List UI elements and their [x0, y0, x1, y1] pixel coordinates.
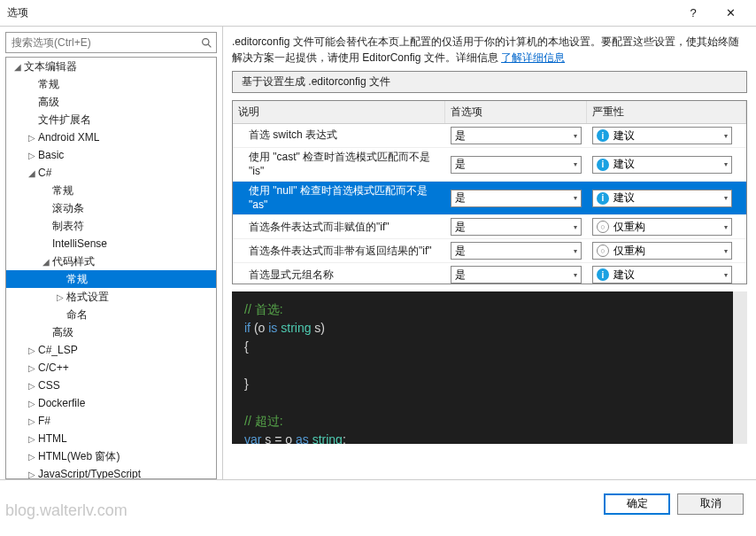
tree-item[interactable]: ▷高级	[6, 93, 216, 111]
help-button[interactable]: ?	[675, 0, 712, 27]
tree-label: 命名	[66, 307, 88, 322]
severity-dropdown[interactable]: i建议▾	[592, 190, 732, 207]
table-row[interactable]: 首选显式元组名称是▾i建议▾	[233, 263, 746, 284]
tree-label: C/C++	[38, 361, 69, 374]
chevron-right-icon: ▷	[26, 434, 38, 444]
chevron-down-icon: ▾	[724, 223, 728, 231]
chevron-down-icon: ▾	[724, 194, 728, 202]
tree-item[interactable]: ▷HTML	[6, 430, 216, 447]
chevron-right-icon: ▷	[26, 452, 38, 462]
tree-item[interactable]: ◢C#	[6, 164, 216, 182]
tree-item[interactable]: ▷Basic	[6, 146, 216, 164]
tree-item[interactable]: ◢文本编辑器	[6, 58, 216, 75]
tree-item[interactable]: ▷Android XML	[6, 128, 216, 146]
cell-sev: i建议▾	[587, 263, 746, 284]
ok-button[interactable]: 确定	[604, 493, 670, 515]
tree-item[interactable]: ▷命名	[6, 306, 216, 323]
window-title: 选项	[7, 5, 675, 20]
cell-sev: ○仅重构▾	[587, 215, 746, 238]
tree-item[interactable]: ▷HTML(Web 窗体)	[6, 447, 216, 465]
tree-label: 格式设置	[66, 290, 109, 305]
tree-item[interactable]: ▷C/C++	[6, 359, 216, 377]
chevron-down-icon: ▾	[724, 271, 728, 279]
cell-desc: 首选显式元组名称	[233, 263, 445, 284]
tree-label: 高级	[52, 325, 73, 340]
severity-dropdown[interactable]: ○仅重构▾	[592, 218, 732, 236]
cell-pref: 是▾	[445, 239, 587, 262]
tree-item[interactable]: ▷格式设置	[6, 288, 216, 306]
svg-line-1	[208, 44, 211, 47]
cell-desc: 使用 "null" 检查时首选模式匹配而不是 "as"	[233, 182, 445, 214]
learn-more-link[interactable]: 了解详细信息	[501, 51, 565, 64]
code-preview: // 首选: if (o is string s) { } // 超过: var…	[232, 291, 747, 444]
tree-item[interactable]: ▷常规	[6, 182, 216, 199]
cell-pref: 是▾	[445, 182, 587, 214]
tree-label: Basic	[38, 149, 64, 161]
tree-item[interactable]: ◢代码样式	[6, 252, 216, 270]
tree-item[interactable]: ▷CSS	[6, 377, 216, 394]
refactor-icon: ○	[597, 221, 609, 233]
col-sev: 严重性	[587, 101, 746, 123]
chevron-down-icon: ▾	[574, 223, 577, 231]
severity-dropdown[interactable]: i建议▾	[592, 156, 732, 174]
tree-label: 常规	[38, 77, 59, 92]
cell-pref: 是▾	[445, 263, 587, 284]
tree-item[interactable]: ▷JavaScript/TypeScript	[6, 465, 216, 478]
chevron-down-icon: ▾	[574, 132, 577, 140]
info-icon: i	[597, 268, 609, 281]
svg-point-0	[202, 38, 208, 44]
chevron-down-icon: ▾	[724, 132, 728, 140]
pref-dropdown[interactable]: 是▾	[451, 190, 582, 207]
cell-pref: 是▾	[445, 215, 587, 238]
tree-label: Android XML	[38, 131, 99, 144]
severity-dropdown[interactable]: ○仅重构▾	[592, 242, 732, 260]
tree-item[interactable]: ▷滚动条	[6, 199, 216, 217]
cell-desc: 首选条件表达式而非赋值的"if"	[233, 215, 445, 238]
tree-item[interactable]: ▷C#_LSP	[6, 341, 216, 359]
pref-dropdown[interactable]: 是▾	[451, 156, 582, 174]
table-row[interactable]: 使用 "cast" 检查时首选模式匹配而不是 "is"是▾i建议▾	[233, 148, 746, 182]
chevron-right-icon: ▷	[26, 363, 38, 373]
severity-dropdown[interactable]: i建议▾	[592, 266, 732, 284]
table-row[interactable]: 首选条件表达式而非带有返回结果的"if"是▾○仅重构▾	[233, 239, 746, 263]
tree-item[interactable]: ▷常规	[6, 75, 216, 93]
search-input[interactable]	[6, 33, 197, 52]
chevron-down-icon: ◢	[12, 62, 24, 72]
cancel-button[interactable]: 取消	[677, 493, 744, 515]
table-row[interactable]: 首选条件表达式而非赋值的"if"是▾○仅重构▾	[233, 215, 746, 239]
search-box[interactable]	[5, 32, 217, 53]
pref-dropdown[interactable]: 是▾	[451, 266, 582, 284]
description-text: .editorconfig 文件可能会替代在本页上配置的仅适用于你的计算机的本地…	[232, 34, 747, 66]
chevron-right-icon: ▷	[26, 399, 38, 408]
pref-dropdown[interactable]: 是▾	[451, 127, 582, 144]
table-row[interactable]: 使用 "null" 检查时首选模式匹配而不是 "as"是▾i建议▾	[233, 182, 746, 215]
tree-item[interactable]: ▷制表符	[6, 217, 216, 235]
tree-item[interactable]: ▷IntelliSense	[6, 235, 216, 252]
table-row[interactable]: 首选 switch 表达式是▾i建议▾	[233, 124, 746, 148]
col-desc: 说明	[233, 101, 445, 123]
severity-dropdown[interactable]: i建议▾	[592, 127, 732, 144]
chevron-right-icon: ▷	[26, 470, 38, 479]
tree-label: C#	[38, 167, 51, 179]
tree-item[interactable]: ▷F#	[6, 412, 216, 430]
close-button[interactable]: ✕	[712, 0, 749, 27]
tree-item[interactable]: ▷Dockerfile	[6, 394, 216, 412]
tree-item[interactable]: ▷高级	[6, 323, 216, 341]
search-icon	[197, 33, 216, 52]
cell-desc: 使用 "cast" 检查时首选模式匹配而不是 "is"	[233, 148, 445, 181]
tree-label: HTML	[38, 432, 67, 445]
chevron-down-icon: ▾	[574, 160, 577, 168]
cell-sev: i建议▾	[587, 182, 746, 214]
tree-item[interactable]: ▷文件扩展名	[6, 111, 216, 128]
info-icon: i	[597, 159, 609, 171]
tree-label: 文件扩展名	[38, 113, 91, 128]
generate-editorconfig-button[interactable]: 基于设置生成 .editorconfig 文件	[232, 71, 747, 93]
tree-label: CSS	[38, 379, 60, 392]
pref-dropdown[interactable]: 是▾	[451, 218, 582, 236]
pref-dropdown[interactable]: 是▾	[451, 242, 582, 260]
tree-label: 滚动条	[52, 201, 84, 216]
chevron-down-icon: ▾	[724, 160, 728, 168]
tree-item[interactable]: ▷常规	[6, 270, 216, 288]
tree-label: Dockerfile	[38, 397, 85, 409]
chevron-right-icon: ▷	[54, 292, 66, 302]
